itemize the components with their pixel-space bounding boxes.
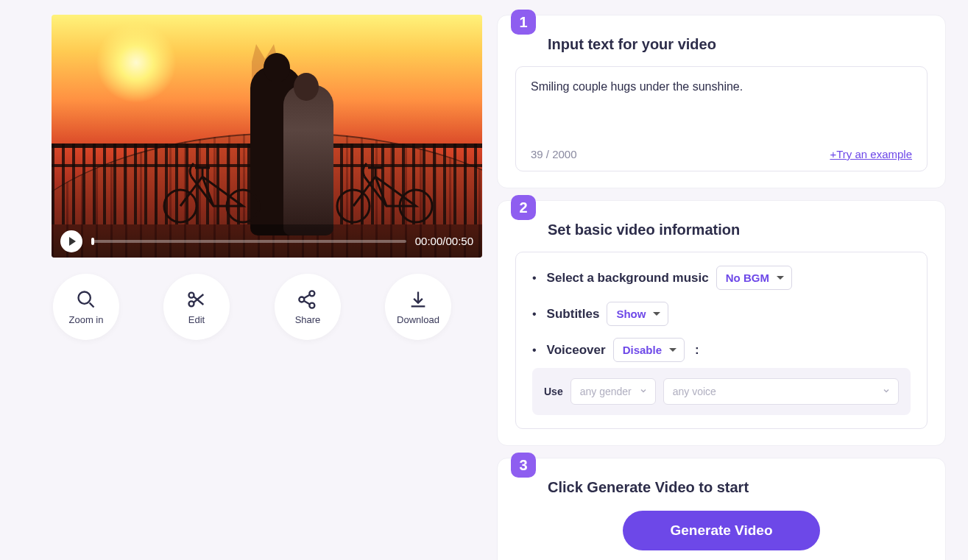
svg-line-14 (304, 300, 310, 304)
use-label: Use (544, 386, 563, 397)
chevron-down-icon (777, 276, 784, 280)
step1-title: Input text for your video (548, 36, 928, 53)
svg-point-4 (79, 291, 91, 303)
download-button[interactable]: Download (385, 274, 451, 340)
step1-card: 1 Input text for your video 39 / 2000 +T… (497, 15, 946, 188)
edit-button[interactable]: Edit (163, 274, 230, 340)
svg-point-10 (309, 291, 314, 296)
step3-title: Click Generate Video to start (548, 479, 928, 496)
step2-card: 2 Set basic video information • Select a… (497, 200, 946, 446)
settings-box: • Select a background music No BGM • Sub… (515, 252, 928, 429)
bgm-label: Select a background music (547, 271, 709, 286)
svg-point-12 (309, 302, 314, 308)
scene-bike (158, 155, 269, 224)
step1-badge: 1 (511, 10, 536, 35)
edit-label: Edit (188, 314, 205, 325)
share-button[interactable]: Share (275, 274, 341, 340)
share-label: Share (295, 314, 321, 325)
chevron-down-icon (669, 348, 676, 352)
step2-title: Set basic video information (548, 221, 928, 238)
chevron-down-icon (653, 312, 660, 316)
voice-options-box: Use any gender any voice (532, 368, 911, 415)
download-icon (408, 289, 428, 310)
bgm-select[interactable]: No BGM (716, 266, 792, 290)
svg-line-5 (90, 302, 94, 307)
video-player[interactable]: 00:00/00:50 (52, 15, 482, 258)
subtitles-select[interactable]: Show (607, 302, 668, 326)
chevron-down-icon (639, 386, 648, 397)
step3-card: 3 Click Generate Video to start Generate… (497, 458, 946, 560)
voice-select[interactable]: any voice (663, 378, 899, 405)
video-controls: 00:00/00:50 (52, 224, 482, 258)
svg-point-11 (299, 297, 304, 302)
zoom-in-icon (76, 289, 96, 310)
video-text-input[interactable] (531, 80, 912, 139)
share-icon (297, 289, 318, 310)
step3-badge: 3 (511, 453, 536, 478)
action-buttons: Zoom in Edit Share Download (52, 274, 453, 340)
step2-badge: 2 (511, 195, 536, 220)
svg-line-13 (304, 294, 310, 298)
try-example-link[interactable]: +Try an example (830, 148, 912, 160)
zoom-in-label: Zoom in (69, 314, 104, 325)
text-input-box: 39 / 2000 +Try an example (515, 66, 928, 171)
voiceover-label: Voiceover (547, 343, 606, 358)
scissors-icon (186, 289, 207, 310)
video-progress[interactable] (91, 240, 406, 243)
download-label: Download (397, 314, 439, 325)
chevron-down-icon (882, 386, 891, 397)
char-count: 39 / 2000 (531, 148, 577, 160)
play-icon (69, 237, 76, 246)
generate-video-button[interactable]: Generate Video (623, 511, 819, 550)
play-button[interactable] (60, 230, 82, 252)
scene-bike (331, 155, 442, 224)
scene-sun (96, 22, 177, 103)
progress-handle[interactable] (91, 238, 94, 245)
left-panel: 00:00/00:50 Zoom in Edit Share (22, 15, 453, 560)
voiceover-select[interactable]: Disable (613, 338, 685, 362)
subtitles-label: Subtitles (547, 307, 600, 322)
gender-select[interactable]: any gender (570, 378, 656, 405)
zoom-in-button[interactable]: Zoom in (53, 274, 119, 340)
right-panel: 1 Input text for your video 39 / 2000 +T… (497, 15, 946, 560)
video-time: 00:00/00:50 (415, 235, 473, 247)
